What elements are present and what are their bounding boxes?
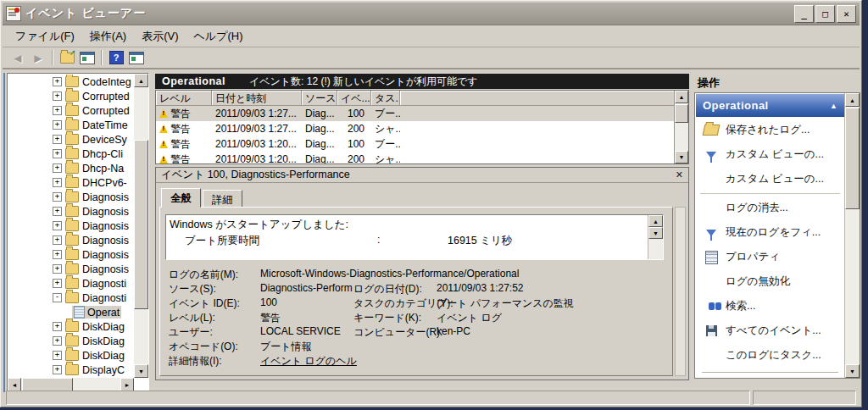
menu-help[interactable]: ヘルプ(H) (186, 26, 251, 47)
tree-item[interactable]: +Dhcp-Na (8, 161, 134, 175)
column-source[interactable]: ソース (302, 91, 337, 106)
expand-icon[interactable]: + (53, 336, 62, 346)
column-event-id[interactable]: イベ... (337, 91, 371, 106)
tree-vertical-scrollbar[interactable]: ▲ ▼ (134, 74, 148, 378)
collapse-icon[interactable]: - (53, 293, 62, 302)
tree-item[interactable]: +DiskDiag (8, 319, 134, 334)
scrollbar-thumb[interactable] (134, 140, 148, 309)
expand-icon[interactable]: + (53, 235, 62, 245)
expand-icon[interactable]: + (53, 77, 62, 86)
menu-action[interactable]: 操作(A) (82, 26, 134, 47)
tree-item[interactable]: +DeviceSy (8, 132, 134, 147)
tree-item[interactable]: +Diagnosis (8, 233, 134, 247)
scroll-right-icon[interactable]: ► (120, 378, 134, 391)
minimize-button[interactable]: _ (794, 5, 814, 23)
event-log-help-link[interactable]: イベント ログのヘル (260, 354, 357, 368)
tree-item[interactable]: -Diagnosti (8, 291, 134, 305)
scroll-down-icon[interactable]: ▼ (648, 227, 663, 239)
action-properties[interactable]: プロパティ (695, 245, 845, 269)
expand-icon[interactable]: + (53, 120, 62, 130)
expand-icon[interactable]: + (53, 91, 62, 101)
action-import-custom-view[interactable]: カスタム ビューの... (695, 167, 845, 191)
help-button[interactable]: ? (107, 49, 125, 66)
scrollbar-thumb[interactable] (675, 104, 688, 123)
tree-item[interactable]: +DiskDiag (8, 334, 134, 348)
menu-file[interactable]: ファイル(F) (8, 26, 82, 47)
expand-icon[interactable]: + (53, 207, 62, 216)
expand-icon[interactable]: + (53, 163, 62, 173)
tree-item[interactable]: +Diagnosis (8, 262, 134, 276)
tree-item[interactable]: +Diagnosis (8, 247, 134, 262)
scrollbar-thumb[interactable] (845, 108, 860, 209)
title-bar[interactable]: イベント ビューアー _ □ ✕ (3, 3, 860, 25)
open-saved-log-button[interactable] (58, 49, 76, 66)
tree-item[interactable]: +Diagnosis (8, 219, 134, 233)
close-button[interactable]: ✕ (837, 5, 856, 23)
new-window-button[interactable] (127, 49, 146, 66)
expand-icon[interactable]: + (53, 106, 62, 115)
expand-icon[interactable]: + (53, 250, 62, 259)
action-filter-current-log[interactable]: 現在のログをフィ... (695, 220, 845, 245)
expand-icon[interactable]: + (53, 322, 62, 331)
scroll-up-icon[interactable]: ▲ (648, 215, 663, 227)
event-description-box[interactable]: Windows がスタートアップしました: ブート所要時間 : 16915 ミリ… (165, 214, 664, 260)
scroll-down-icon[interactable]: ▼ (675, 151, 688, 163)
tree-horizontal-scrollbar[interactable]: ◄ ► (8, 378, 134, 391)
column-task[interactable]: タス... (371, 91, 400, 106)
action-find[interactable]: 検索... (695, 294, 845, 319)
expand-icon[interactable]: + (53, 178, 62, 187)
actions-scrollbar[interactable]: ▲ ▼ (844, 93, 860, 378)
scroll-down-icon[interactable]: ▼ (134, 364, 148, 378)
console-window-button[interactable] (78, 49, 97, 66)
scrollbar-thumb[interactable] (22, 378, 73, 391)
tree-item[interactable]: +Diagnosti (8, 276, 134, 291)
tree-item[interactable]: +Diagnosis (8, 190, 134, 204)
event-row[interactable]: 警告 2011/09/03 1:27... Diag... 100 ブー... (156, 106, 688, 121)
tree-item[interactable]: +Corrupted (8, 103, 134, 118)
expand-icon[interactable]: + (53, 149, 62, 158)
action-open-saved-log[interactable]: 保存されたログ... (695, 118, 845, 142)
tab-details[interactable]: 詳細 (203, 190, 242, 208)
action-attach-task[interactable]: このログにタスク... (695, 343, 845, 368)
expand-icon[interactable]: + (53, 192, 62, 202)
tree-item[interactable]: +Dhcp-Cli (8, 147, 134, 161)
column-level[interactable]: レベル (156, 91, 212, 106)
expand-icon[interactable]: + (53, 221, 62, 230)
details-scroll-track[interactable] (675, 207, 686, 376)
back-button[interactable]: ◄ (8, 49, 27, 66)
action-create-custom-view[interactable]: カスタム ビューの... (695, 142, 845, 167)
tree-item-operational[interactable]: Operat (8, 305, 134, 319)
tree-item[interactable]: +Corrupted (8, 89, 134, 103)
tab-general[interactable]: 全般 (161, 188, 201, 208)
menu-view[interactable]: 表示(V) (134, 26, 186, 47)
maximize-button[interactable]: □ (815, 5, 835, 23)
tree-item[interactable]: +DisplayC (8, 363, 134, 377)
description-scrollbar[interactable]: ▲ ▼ (648, 215, 663, 259)
action-clear-log[interactable]: ログの消去... (695, 196, 845, 220)
close-preview-icon[interactable]: ✕ (676, 169, 683, 180)
tree-item[interactable]: +Diagnosis (8, 204, 134, 219)
actions-group-header[interactable]: Operational ▲ (696, 94, 844, 117)
scroll-up-icon[interactable]: ▲ (134, 74, 148, 87)
expand-icon[interactable]: + (53, 264, 62, 274)
expand-icon[interactable]: + (53, 279, 62, 288)
expand-icon[interactable]: + (53, 365, 62, 374)
column-date[interactable]: 日付と時刻 (212, 91, 302, 106)
event-row[interactable]: 警告 2011/09/03 1:20... Diag... 200 シャ... (156, 152, 688, 164)
action-save-all-events[interactable]: すべてのイベント... (695, 319, 845, 343)
expand-icon[interactable]: + (53, 135, 62, 144)
scroll-up-icon[interactable]: ▲ (675, 91, 688, 103)
scroll-left-icon[interactable]: ◄ (8, 378, 21, 391)
event-row[interactable]: 警告 2011/09/03 1:27... Diag... 200 シャ... (156, 121, 688, 136)
forward-button[interactable]: ► (29, 49, 47, 66)
expand-icon[interactable]: + (53, 351, 62, 360)
tree-item[interactable]: +DiskDiag (8, 348, 134, 363)
tree-item[interactable]: +DateTime (8, 118, 134, 132)
event-row[interactable]: 警告 2011/09/03 1:20... Diag... 100 ブー... (156, 136, 688, 152)
scroll-up-icon[interactable]: ▲ (845, 93, 860, 107)
tree-item[interactable]: +CodeInteg (8, 75, 134, 89)
action-disable-log[interactable]: ログの無効化 (695, 269, 845, 294)
event-list-scrollbar[interactable]: ▲ ▼ (674, 91, 688, 163)
collapse-group-icon[interactable]: ▲ (830, 102, 837, 110)
tree-item[interactable]: +DHCPv6- (8, 175, 134, 190)
